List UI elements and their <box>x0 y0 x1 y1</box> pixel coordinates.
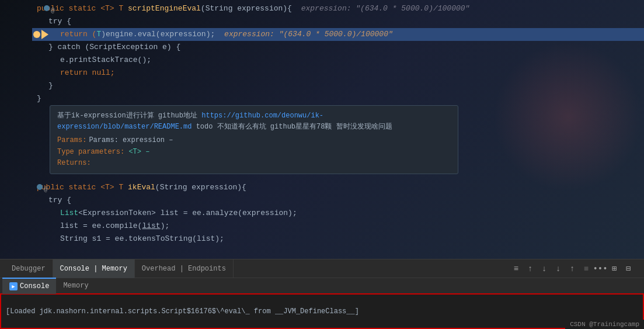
tab-overhead-endpoints[interactable]: Overhead | Endpoints <box>135 259 234 278</box>
code-line-2: try { <box>32 15 644 28</box>
params-1: (String expression){ <box>201 4 292 13</box>
code-line-list2: list = ee.compile(list); <box>32 220 644 233</box>
line-number-6 <box>32 67 64 79</box>
line-number-5 <box>32 54 64 67</box>
code-line-ikeav: @ public static <T> T ikEval(String expr… <box>32 181 644 194</box>
code-section-2: @ public static <T> T ikEval(String expr… <box>32 181 644 245</box>
tab-overhead-endpoints-label: Overhead | Endpoints <box>142 265 226 273</box>
current-line-indicator <box>33 31 40 38</box>
more-icon[interactable]: ••• <box>594 262 607 275</box>
hint-1: expression: "(634.0 * 5000.0)/100000" <box>297 4 469 13</box>
javadoc-todo: todo 不知道有么有坑 github星星有78颗 暂时没发现啥问题 <box>192 123 392 131</box>
type-params-value: <T> – <box>124 148 149 156</box>
javadoc-type-params: Type parameters: <T> – <box>57 147 451 158</box>
toolbar-icons: ≡ ↑ ↓ ↓ ↑ ■ ••• ⊞ ⊟ <box>505 262 639 275</box>
s1-code: String s1 = ee.tokensToString(list); <box>60 234 224 243</box>
params-label: Params: <box>57 136 86 144</box>
tab-debugger[interactable]: Debugger <box>5 259 53 278</box>
console-output: [Loaded jdk.nashorn.internal.scripts.Scr… <box>6 307 359 316</box>
editor-area: @ public static <T> T scriptEngineEval(S… <box>0 0 644 259</box>
upload2-icon[interactable]: ↑ <box>566 262 579 275</box>
line-number-7 <box>32 79 64 92</box>
tab-debugger-label: Debugger <box>12 265 46 273</box>
javadoc-text: 基于ik-expression进行计算 github地址 <box>57 112 201 120</box>
javadoc-line1: 基于ik-expression进行计算 github地址 https://git… <box>57 110 451 133</box>
status-text: CSDN @Trainingcamp <box>570 321 639 328</box>
columns-icon[interactable]: ⊟ <box>622 262 635 275</box>
catch-block: } catch (ScriptException e) { <box>48 43 180 51</box>
javadoc-returns: Returns: <box>57 158 451 169</box>
bottom-panel: Debugger Console | Memory Overhead | End… <box>0 259 644 329</box>
code-line-3: return (T)engine.eval(expression); expre… <box>32 28 644 41</box>
tab-bar-top: Debugger Console | Memory Overhead | End… <box>0 259 644 278</box>
download2-icon[interactable]: ↓ <box>552 262 565 275</box>
params-ik: (String expression){ <box>155 183 246 192</box>
list-icon[interactable]: ≡ <box>510 262 523 275</box>
line-number-s1 <box>32 233 64 245</box>
code-line-8: } <box>32 92 644 105</box>
tab-console-memory[interactable]: Console | Memory <box>53 259 135 278</box>
code-line-4: } catch (ScriptException e) { <box>32 41 644 54</box>
code-line-try2: try { <box>32 194 644 207</box>
fn-name-1: scriptEngineEval <box>128 4 201 13</box>
params-value: Params: expression – <box>89 136 173 144</box>
line-number-try2 <box>32 194 64 207</box>
code-line-1: @ public static <T> T scriptEngineEval(S… <box>32 2 644 15</box>
download-icon[interactable]: ↓ <box>538 262 551 275</box>
line-number-list1 <box>32 207 64 220</box>
hint-3: expression: "(634.0 * 5000.0)/100000" <box>220 30 392 39</box>
code-line-7: } <box>32 79 644 92</box>
returns-label: Returns: <box>57 159 91 167</box>
type-params-label: Type parameters: <box>57 148 124 156</box>
return-null: return null; <box>60 68 115 77</box>
code-line-list1: List<ExpressionToken> list = ee.analyze(… <box>32 207 644 220</box>
list2-code: list = ee.compile(list); <box>60 221 169 230</box>
line-number-8 <box>32 92 64 105</box>
code-line-6: return null; <box>32 67 644 79</box>
list-code: <ExpressionToken> list = ee.analyze(expr… <box>78 209 297 217</box>
gutter-marker-1 <box>44 5 50 11</box>
tab-console-label: Console <box>20 282 49 290</box>
console-content: [Loaded jdk.nashorn.internal.scripts.Scr… <box>0 295 644 329</box>
javadoc-params: Params:Params: expression – <box>57 135 451 146</box>
upload-icon[interactable]: ↑ <box>524 262 537 275</box>
line-number-list2 <box>32 220 64 233</box>
stop-icon: ■ <box>580 262 593 275</box>
javadoc-popup: 基于ik-expression进行计算 github地址 https://git… <box>50 105 458 174</box>
console-icon: ▶ <box>9 282 18 290</box>
breakpoint-arrow <box>41 30 48 39</box>
code-lines: @ public static <T> T scriptEngineEval(S… <box>32 0 644 248</box>
code-line-5: e.printStackTrace(); <box>32 54 644 67</box>
return-kw: return ( <box>60 30 96 39</box>
tab-memory[interactable]: Memory <box>56 278 95 294</box>
grid-icon[interactable]: ⊞ <box>608 262 621 275</box>
tab-console[interactable]: ▶ Console <box>2 278 56 294</box>
print-stack: e.printStackTrace(); <box>60 56 151 64</box>
return-expr: )engine.eval(expression); <box>101 30 215 39</box>
code-line-s1: String s1 = ee.tokensToString(list); <box>32 233 644 245</box>
gutter-marker-ik <box>37 184 43 190</box>
fn-ikeav: ikEval <box>128 183 155 192</box>
tab-memory-label: Memory <box>63 282 88 290</box>
line-number-2 <box>32 15 64 28</box>
tab-console-memory-label: Console | Memory <box>60 265 127 273</box>
line-number-4 <box>32 41 64 54</box>
status-bar: CSDN @Trainingcamp <box>565 320 644 329</box>
tab-bar-bottom: ▶ Console Memory <box>0 278 644 295</box>
